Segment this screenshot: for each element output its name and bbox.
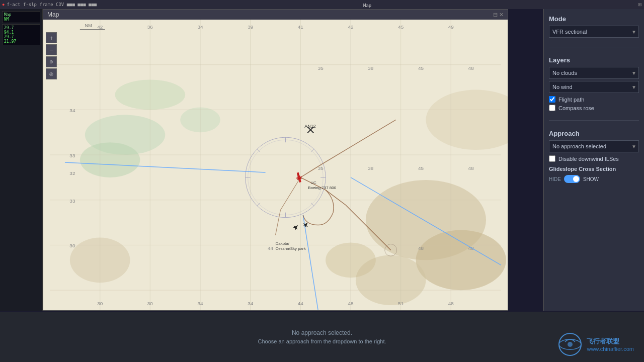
wind-dropdown-wrapper[interactable]: No wind Light wind ▼ <box>549 81 639 93</box>
instrument-speed: 29.7 94.1 29.7 21.97 <box>2 24 40 45</box>
approach-dropdown-wrapper[interactable]: No approach selected ILS approach ▼ <box>549 140 639 152</box>
svg-text:38: 38 <box>368 165 374 171</box>
disable-ils-checkbox[interactable] <box>549 155 555 162</box>
flight-path-checkbox[interactable] <box>549 96 555 103</box>
divider-1 <box>549 47 639 47</box>
svg-text:30: 30 <box>97 301 103 306</box>
svg-text:Cessna/Sky park: Cessna/Sky park <box>276 246 306 251</box>
mode-dropdown[interactable]: VFR sectional IFR low IFR high <box>549 26 639 38</box>
svg-text:45: 45 <box>418 165 424 171</box>
svg-text:36: 36 <box>147 24 153 30</box>
svg-text:48: 48 <box>468 65 474 71</box>
map-svg: 42 36 34 39 41 42 45 49 34 33 32 33 30 3… <box>43 20 508 310</box>
watermark-logo-icon <box>557 332 583 357</box>
show-label: SHOW <box>583 176 599 182</box>
map-zoom-controls[interactable]: + − ⊕ ◎ <box>46 32 57 79</box>
top-hud-bar: ● f-act f-slp frame CDV ■■■ ■■■ ■■■ Map … <box>0 0 644 9</box>
flight-path-label: Flight path <box>558 97 584 103</box>
mode-dropdown-wrapper[interactable]: VFR sectional IFR low IFR high ▼ <box>549 26 639 38</box>
approach-dropdown[interactable]: No approach selected ILS approach <box>549 140 639 152</box>
approach-title: Approach <box>549 130 639 137</box>
svg-text:34: 34 <box>69 108 75 113</box>
map-window: Map ⊟ ✕ + − ⊕ ◎ <box>43 9 508 311</box>
svg-text:34: 34 <box>197 301 203 306</box>
svg-text:48: 48 <box>448 301 454 306</box>
hide-label: HIDE <box>549 176 561 182</box>
svg-text:Dakota/: Dakota/ <box>276 241 290 246</box>
zoom-in-button[interactable]: + <box>46 32 57 43</box>
bottom-line1: No approach selected. <box>292 329 352 336</box>
svg-text:51: 51 <box>398 301 404 306</box>
map-window-controls[interactable]: ⊟ ✕ <box>493 12 504 18</box>
svg-text:AN12: AN12 <box>304 124 315 129</box>
center-button[interactable]: ◎ <box>46 68 57 79</box>
approach-section: Approach No approach selected ILS approa… <box>549 130 639 183</box>
svg-text:48: 48 <box>468 165 474 171</box>
left-instrument-panel: Map NM 29.7 94.1 29.7 21.97 <box>0 9 43 311</box>
svg-text:33: 33 <box>69 198 75 204</box>
svg-text:42: 42 <box>348 24 354 30</box>
svg-text:44: 44 <box>298 301 304 306</box>
disable-ils-label: Disable downwind ILSes <box>558 156 619 162</box>
svg-text:38: 38 <box>368 65 374 71</box>
svg-text:33: 33 <box>69 153 75 158</box>
compass-rose-label: Compass rose <box>558 105 594 111</box>
svg-text:39: 39 <box>248 24 254 30</box>
clouds-dropdown-wrapper[interactable]: No clouds Few clouds ▼ <box>549 67 639 79</box>
bottom-bar: No approach selected. Choose an approach… <box>0 312 644 362</box>
disable-ils-row[interactable]: Disable downwind ILSes <box>549 155 639 162</box>
svg-text:30: 30 <box>69 243 75 248</box>
svg-text:UC: UC <box>310 180 316 185</box>
svg-text:34: 34 <box>248 301 254 306</box>
svg-text:49: 49 <box>448 24 454 30</box>
layers-section: Layers No clouds Few clouds ▼ No wind Li… <box>549 56 639 111</box>
flight-path-row[interactable]: Flight path <box>549 96 639 103</box>
compass-rose-row[interactable]: Compass rose <box>549 105 639 111</box>
hud-right: ⊞ <box>638 2 642 7</box>
watermark-site: www.chinaflier.com <box>587 346 634 352</box>
instrument-act: Map NM <box>2 11 40 23</box>
glideslope-toggle-row[interactable]: HIDE SHOW <box>549 175 639 183</box>
mode-section: Mode VFR sectional IFR low IFR high ▼ <box>549 15 639 38</box>
svg-text:32: 32 <box>69 170 75 176</box>
divider-2 <box>549 120 639 121</box>
svg-point-90 <box>568 342 573 347</box>
svg-text:34: 34 <box>197 24 203 30</box>
svg-text:45: 45 <box>398 24 404 30</box>
svg-text:NM: NM <box>85 23 92 28</box>
zoom-out-button[interactable]: − <box>46 44 57 55</box>
svg-text:42: 42 <box>97 24 103 30</box>
svg-text:48: 48 <box>348 301 354 306</box>
right-panel: Mode VFR sectional IFR low IFR high ▼ La… <box>543 9 644 311</box>
bottom-line2: Choose an approach from the dropdown to … <box>258 338 386 344</box>
hud-text: f-act f-slp frame CDV ■■■ ■■■ ■■■ <box>7 2 97 7</box>
hud-indicator: ● <box>2 2 5 7</box>
compass-button[interactable]: ⊕ <box>46 56 57 67</box>
svg-text:30: 30 <box>147 301 153 306</box>
watermark: 飞行者联盟 www.chinaflier.com <box>557 332 634 357</box>
compass-rose-checkbox[interactable] <box>549 105 555 111</box>
wind-dropdown[interactable]: No wind Light wind <box>549 81 639 93</box>
svg-text:41: 41 <box>298 24 304 30</box>
map-title: Map <box>47 11 59 18</box>
svg-text:45: 45 <box>418 65 424 71</box>
map-content[interactable]: + − ⊕ ◎ <box>43 20 508 310</box>
clouds-dropdown[interactable]: No clouds Few clouds <box>549 67 639 79</box>
mode-title: Mode <box>549 15 639 23</box>
svg-text:44: 44 <box>268 245 274 251</box>
layers-title: Layers <box>549 56 639 64</box>
svg-point-2 <box>80 142 140 177</box>
glideslope-title: Glideslope Cross Section <box>549 166 639 172</box>
glideslope-toggle[interactable] <box>564 175 580 183</box>
watermark-brand: 飞行者联盟 <box>587 337 634 346</box>
svg-text:35: 35 <box>318 65 324 71</box>
svg-text:Boeing 737 800: Boeing 737 800 <box>308 186 336 190</box>
hud-fps: Map <box>363 3 371 8</box>
map-titlebar: Map ⊟ ✕ <box>43 10 508 20</box>
svg-text:48: 48 <box>418 245 424 251</box>
